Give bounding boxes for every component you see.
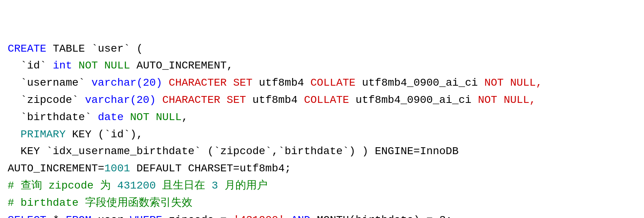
code-token: * <box>46 214 66 218</box>
code-line: # 查询 zipcode 为 431200 且生日在 3 月的用户 <box>8 177 636 195</box>
code-token: SET <box>233 77 252 89</box>
code-line: KEY `idx_username_birthdate` (`zipcode`,… <box>8 143 636 160</box>
code-token <box>72 60 79 72</box>
code-token <box>123 111 130 123</box>
code-token <box>156 94 162 106</box>
code-token: KEY (`id`), <box>66 129 143 140</box>
code-token: int <box>53 60 72 72</box>
code-token: 1001 <box>104 163 130 174</box>
code-token: SELECT <box>8 214 46 218</box>
code-token: varchar(20) <box>91 77 162 89</box>
code-token: COLLATE <box>310 77 356 89</box>
code-line: `zipcode` varchar(20) CHARACTER SET utf8… <box>8 92 636 109</box>
code-container: CREATE TABLE `user` ( `id` int NOT NULL … <box>8 6 636 218</box>
code-token: `id` <box>8 60 53 72</box>
code-token <box>162 77 169 89</box>
code-line: PRIMARY KEY (`id`), <box>8 126 636 143</box>
code-token: NOT NULL, <box>484 77 542 89</box>
code-token: 3 <box>212 180 218 192</box>
code-token: DEFAULT CHARSET=utf8mb4; <box>130 163 291 174</box>
code-token: CHARACTER <box>169 77 227 89</box>
code-token: # 查询 zipcode 为 <box>8 180 117 192</box>
code-token: zipcode = <box>162 214 233 218</box>
code-token: CHARACTER <box>162 94 220 106</box>
code-token: FROM <box>66 214 91 218</box>
code-token: `username` <box>8 77 91 89</box>
code-token: `zipcode` <box>8 94 85 106</box>
code-line: `username` varchar(20) CHARACTER SET utf… <box>8 75 636 92</box>
code-token: WHERE <box>130 214 162 218</box>
code-token: SET <box>227 94 246 106</box>
code-line: `id` int NOT NULL AUTO_INCREMENT, <box>8 57 636 75</box>
code-token: # birthdate 字段使用函数索引失效 <box>8 197 192 209</box>
code-token: 431200 <box>117 180 156 192</box>
code-token: CREATE <box>8 43 46 55</box>
code-token: NOT NULL, <box>478 94 536 106</box>
code-token: 月的用户 <box>218 180 268 192</box>
code-token <box>220 94 227 106</box>
code-line: CREATE TABLE `user` ( <box>8 41 636 58</box>
code-token: COLLATE <box>304 94 349 106</box>
code-token: utf8mb4_0900_ai_ci <box>355 77 484 89</box>
code-token: date <box>98 111 123 123</box>
code-token: user <box>91 214 130 218</box>
code-token: 3 <box>439 214 446 218</box>
code-line: AUTO_INCREMENT=1001 DEFAULT CHARSET=utf8… <box>8 160 636 177</box>
code-token: NOT NULL <box>130 111 181 123</box>
code-token <box>227 77 233 89</box>
code-token: utf8mb4 <box>253 77 310 89</box>
code-line: `birthdate` date NOT NULL, <box>8 109 636 126</box>
code-token: AUTO_INCREMENT= <box>8 163 104 174</box>
code-token: varchar(20) <box>85 94 156 106</box>
code-token: utf8mb4_0900_ai_ci <box>349 94 478 106</box>
code-token: ` ( <box>123 43 143 55</box>
code-line: # birthdate 字段使用函数索引失效 <box>8 195 636 212</box>
code-token: '431200' <box>233 214 284 218</box>
code-token: MONTH(birthdate) = <box>310 214 439 218</box>
code-token <box>8 129 21 140</box>
code-token: utf8mb4 <box>246 94 304 106</box>
code-token: 且生日在 <box>156 180 212 192</box>
code-line: SELECT * FROM user WHERE zipcode = '4312… <box>8 212 636 218</box>
code-token: AUTO_INCREMENT, <box>130 60 233 72</box>
code-token: KEY `idx_username_birthdate` (`zipcode`,… <box>8 145 458 157</box>
code-token: `birthdate` <box>8 111 98 123</box>
code-token: AND <box>291 214 310 218</box>
code-token <box>285 214 291 218</box>
code-token: PRIMARY <box>21 129 66 140</box>
code-token: user <box>98 43 123 55</box>
code-token: NOT NULL <box>79 60 130 72</box>
code-token: TABLE ` <box>46 43 98 55</box>
code-token: , <box>182 111 188 123</box>
code-token: ; <box>446 214 452 218</box>
